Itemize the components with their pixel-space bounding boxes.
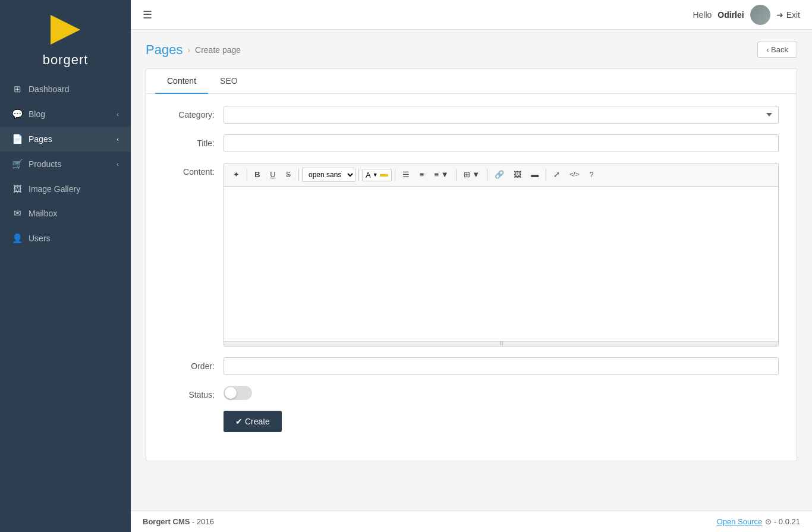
footer-version: ⊙ - 0.0.21 [765, 517, 800, 526]
bold-btn[interactable]: B [250, 167, 265, 182]
topbar-left: ☰ [143, 8, 152, 21]
editor-body[interactable] [224, 187, 778, 341]
font-select[interactable]: open sans [302, 168, 355, 182]
media-btn[interactable]: ▬ [527, 167, 543, 182]
color-indicator [380, 174, 388, 177]
exit-button[interactable]: ➜ Exit [776, 10, 800, 20]
sidebar-item-blog[interactable]: 💬 Blog ‹ [0, 102, 131, 127]
breadcrumb-separator: › [187, 45, 190, 55]
sidebar-item-mailbox[interactable]: ✉ Mailbox [0, 201, 131, 226]
tab-seo[interactable]: SEO [208, 69, 250, 94]
source-btn[interactable]: </> [565, 168, 583, 181]
order-label: Order: [164, 357, 224, 371]
fullscreen-btn[interactable]: ⤢ [549, 167, 564, 182]
exit-icon: ➜ [776, 10, 783, 20]
category-control [224, 106, 779, 124]
tabs-bar: Content SEO [146, 69, 797, 94]
sidebar-item-image-gallery[interactable]: 🖼 Image Gallery [0, 177, 131, 201]
status-label: Status: [164, 386, 224, 399]
breadcrumb-title: Pages [146, 42, 182, 58]
products-icon: 🛒 [12, 159, 23, 169]
category-select-wrapper [224, 106, 779, 124]
sidebar-item-products[interactable]: 🛒 Products ‹ [0, 152, 131, 177]
color-letter: A [366, 171, 371, 180]
underline-btn[interactable]: U [266, 167, 280, 182]
table-btn[interactable]: ⊞ ▼ [459, 167, 484, 182]
sidebar-item-pages[interactable]: 📄 Pages ‹ [0, 127, 131, 152]
submit-control: ✔ Create [224, 411, 779, 432]
status-row: Status: [164, 386, 779, 400]
hello-text: Hello [693, 10, 712, 20]
color-btn[interactable]: A ▼ [362, 169, 392, 181]
sidebar-nav: ⊞ Dashboard 💬 Blog ‹ 📄 Pages ‹ 🛒 Product… [0, 77, 131, 532]
status-control [224, 386, 779, 400]
title-label: Title: [164, 134, 224, 148]
strikethrough-btn[interactable]: S [281, 168, 295, 182]
breadcrumb: Pages › Create page ‹ Back [146, 42, 797, 58]
status-toggle[interactable] [224, 386, 252, 400]
category-select[interactable] [224, 106, 779, 124]
footer-right: Open Source ⊙ - 0.0.21 [717, 517, 800, 526]
title-row: Title: [164, 134, 779, 152]
editor-wrapper: ✦ B U S open sans [224, 163, 779, 347]
sidebar-item-dashboard[interactable]: ⊞ Dashboard [0, 77, 131, 102]
image-btn[interactable]: 🖼 [509, 167, 525, 182]
logo-icon [48, 12, 83, 48]
align-btn[interactable]: ≡ ▼ [430, 167, 453, 182]
toggle-slider [224, 386, 252, 400]
avatar [750, 5, 770, 25]
editor-resize-handle[interactable]: ⣿ [224, 341, 778, 346]
link-btn[interactable]: 🔗 [490, 167, 508, 182]
ordered-list-btn[interactable]: ≡ [415, 167, 429, 182]
order-row: Order: [164, 357, 779, 375]
mailbox-icon: ✉ [12, 208, 23, 219]
content-row: Content: ✦ B U S [164, 163, 779, 347]
unordered-list-btn[interactable]: ☰ [398, 167, 414, 182]
open-source-link[interactable]: Open Source [717, 517, 763, 526]
back-button[interactable]: ‹ Back [757, 42, 797, 58]
content-area: Pages › Create page ‹ Back Content SEO [131, 30, 812, 511]
pages-icon: 📄 [12, 134, 23, 144]
tab-content[interactable]: Content [155, 69, 208, 94]
category-label: Category: [164, 106, 224, 119]
hamburger-menu[interactable]: ☰ [143, 8, 152, 21]
content-label: Content: [164, 163, 224, 177]
toolbar-divider-4 [395, 169, 395, 181]
sidebar-item-users[interactable]: 👤 Users [0, 226, 131, 251]
toolbar-divider-2 [298, 169, 299, 181]
chevron-icon: ‹ [117, 136, 119, 143]
footer: Borgert CMS - 2016 Open Source ⊙ - 0.0.2… [131, 511, 812, 532]
dashboard-icon: ⊞ [12, 84, 23, 95]
image-gallery-icon: 🖼 [12, 184, 23, 194]
topbar: ☰ Hello Odirlei ➜ Exit [131, 0, 812, 30]
editor-toolbar: ✦ B U S open sans [224, 163, 778, 187]
exit-label: Exit [786, 10, 800, 20]
order-input[interactable] [224, 357, 779, 375]
chevron-down-icon: ▼ [373, 172, 378, 178]
breadcrumb-subtitle: Create page [195, 45, 241, 55]
create-button[interactable]: ✔ Create [224, 411, 282, 432]
topbar-right: Hello Odirlei ➜ Exit [693, 5, 800, 25]
sidebar-item-label: Users [29, 234, 51, 243]
sidebar-logo: borgert [0, 0, 131, 77]
content-control: ✦ B U S open sans [224, 163, 779, 347]
avatar-image [750, 5, 770, 25]
username: Odirlei [717, 10, 744, 20]
help-btn[interactable]: ? [584, 167, 599, 182]
users-icon: 👤 [12, 233, 23, 244]
magic-btn[interactable]: ✦ [229, 167, 244, 182]
submit-spacer [164, 411, 224, 415]
footer-year: - 2016 [192, 517, 214, 526]
sidebar-item-label: Image Gallery [29, 184, 80, 194]
toolbar-divider-3 [358, 169, 359, 181]
sidebar-item-label: Blog [29, 109, 45, 119]
title-input[interactable] [224, 134, 779, 152]
toolbar-divider-7 [546, 169, 546, 181]
sidebar-item-label: Pages [29, 134, 52, 144]
submit-row: ✔ Create [164, 411, 779, 432]
title-control [224, 134, 779, 152]
main-area: ☰ Hello Odirlei ➜ Exit Pages › [131, 0, 812, 532]
sidebar-item-label: Dashboard [29, 84, 70, 94]
sidebar: borgert ⊞ Dashboard 💬 Blog ‹ 📄 Pages ‹ [0, 0, 131, 532]
chevron-icon: ‹ [117, 111, 119, 118]
